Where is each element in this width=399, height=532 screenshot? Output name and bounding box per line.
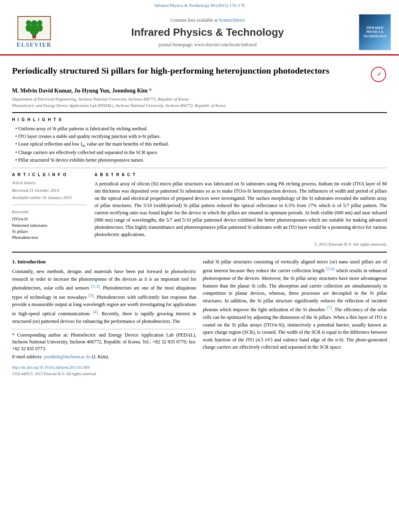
- body-col-right: radial Si pillar structures consisting o…: [203, 258, 387, 377]
- footnote-area: * Corresponding author at: Photoelectric…: [12, 329, 196, 360]
- footnote-corresponding: * Corresponding author at: Photoelectric…: [12, 332, 196, 352]
- highlight-item: Uniform array of Si pillar patterns is f…: [15, 125, 387, 133]
- intro-para-left: Constantly, new methods, designs and mat…: [12, 268, 196, 325]
- highlights-list: Uniform array of Si pillar patterns is f…: [15, 125, 387, 164]
- highlight-item: Pillar structured Si device exhibits bet…: [15, 156, 387, 164]
- keywords-label: Keywords:: [12, 209, 86, 215]
- body-col-left: 1. Introduction Constantly, new methods,…: [12, 258, 196, 377]
- divider-after-affiliations: [12, 112, 387, 113]
- journal-citation-text: Infrared Physics & Technology 69 (2015) …: [154, 3, 245, 8]
- svg-point-7: [37, 20, 42, 25]
- footnote-email: E-mail address: joonkim@incheon.ac.kr (J…: [12, 353, 196, 360]
- article-info-col: A R T I C L E I N F O Article history: R…: [12, 172, 86, 247]
- doi-link[interactable]: http://dx.doi.org/10.1016/j.infrared.201…: [12, 365, 196, 370]
- ref-link[interactable]: [3]: [88, 293, 94, 298]
- journal-homepage: journal homepage: www.elsevier.com/locat…: [60, 41, 355, 48]
- keyword-item: Patterned substrates: [12, 222, 86, 228]
- svg-point-5: [31, 20, 38, 28]
- author-names: M. Melvin David Kumar, Ju-Hyung Yun, Joo…: [12, 88, 152, 94]
- abstract-label: A B S T R A C T: [95, 172, 387, 178]
- bottom-doi-bar: http://dx.doi.org/10.1016/j.infrared.201…: [12, 365, 196, 377]
- abstract-col: A B S T R A C T A periodical array of si…: [95, 172, 387, 247]
- journal-header-center: Contents lists available at ScienceDirec…: [60, 17, 355, 48]
- copyright-notice: © 2015 Elsevier B.V. All rights reserved…: [95, 241, 387, 247]
- article-info-label: A R T I C L E I N F O: [12, 172, 86, 178]
- keyword-item: Photodetectors: [12, 234, 86, 240]
- affiliation-1: Department of Electrical Engineering, In…: [12, 97, 387, 102]
- email-link[interactable]: joonkim@incheon.ac.kr: [44, 354, 91, 359]
- article-title-area: Periodically structured Si pillars for h…: [12, 65, 387, 83]
- divider-after-highlights: [12, 168, 387, 168]
- available-date: Available online 16 January 2015: [12, 195, 86, 201]
- main-content: Periodically structured Si pillars for h…: [0, 55, 399, 381]
- ref-link[interactable]: [4]: [93, 309, 98, 314]
- ref-link[interactable]: [1,2]: [91, 283, 100, 288]
- crossmark-badge[interactable]: ✓: [371, 67, 387, 83]
- svg-point-6: [26, 20, 31, 25]
- introduction-section: 1. Introduction Constantly, new methods,…: [12, 258, 387, 377]
- highlights-label: H I G H L I G H T S: [12, 117, 387, 123]
- journal-cover: INFRARED PHYSICS & TECHNOLOGY: [355, 14, 391, 50]
- keyword-item: Si pillars: [12, 228, 86, 234]
- ref-link[interactable]: [5,6]: [326, 266, 335, 271]
- highlight-item: Charge carriers are effectively collecte…: [15, 149, 387, 156]
- journal-cover-image: INFRARED PHYSICS & TECHNOLOGY: [359, 14, 391, 50]
- article-title-text: Periodically structured Si pillars for h…: [12, 65, 371, 77]
- divider-in-info: [12, 205, 86, 205]
- journal-citation-bar: Infrared Physics & Technology 69 (2015) …: [0, 0, 399, 10]
- keywords-list: ITO/n-Si Patterned substrates Si pillars…: [12, 216, 86, 241]
- sciencedirect-anchor[interactable]: ScienceDirect: [219, 18, 245, 23]
- journal-title: Infrared Physics & Technology: [60, 25, 355, 39]
- elsevier-label: ELSEVIER: [17, 41, 52, 49]
- elsevier-branding: ELSEVIER: [8, 16, 60, 49]
- journal-header: ELSEVIER Contents lists available at Sci…: [0, 10, 399, 55]
- elsevier-logo: ELSEVIER: [8, 16, 60, 49]
- info-abstract-section: A R T I C L E I N F O Article history: R…: [12, 172, 387, 247]
- keyword-item: ITO/n-Si: [12, 216, 86, 222]
- ref-link[interactable]: [7]: [327, 305, 332, 310]
- elsevier-tree-icon: [16, 16, 52, 40]
- abstract-text: A periodical array of silicon (Si) micro…: [95, 180, 387, 238]
- intro-para-right: radial Si pillar structures consisting o…: [203, 258, 387, 351]
- authors: M. Melvin David Kumar, Ju-Hyung Yun, Joo…: [12, 87, 387, 95]
- article-history-label: Article history:: [12, 180, 86, 186]
- introduction-heading: 1. Introduction: [12, 258, 196, 265]
- highlight-item: Least optical reflection and low Ids val…: [15, 140, 387, 149]
- crossmark-icon: ✓: [371, 67, 386, 82]
- issn-copyright: 1350-4495/© 2015 Elsevier B.V. All right…: [12, 371, 196, 377]
- highlight-item: ITO layer creates a stable and quality r…: [15, 133, 387, 140]
- divider-after-abstract: [12, 252, 387, 253]
- sciencedirect-link: Contents lists available at ScienceDirec…: [60, 17, 355, 23]
- received-date: Received 21 October 2014: [12, 187, 86, 193]
- affiliation-2: Photoelectric and Energy Device Applicat…: [12, 103, 387, 109]
